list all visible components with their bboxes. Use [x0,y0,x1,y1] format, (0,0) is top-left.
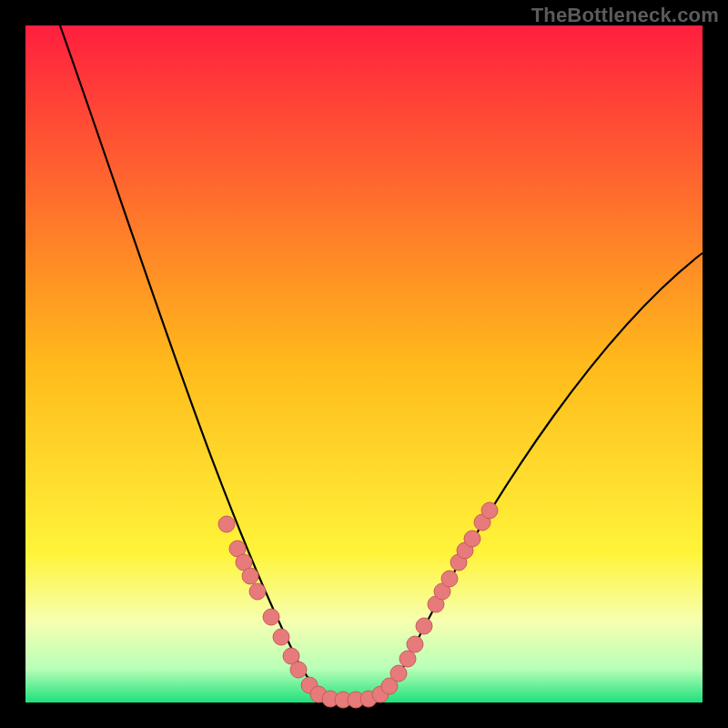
data-marker [263,609,279,625]
data-marker [249,583,266,600]
data-marker [290,662,307,678]
data-marker [481,502,498,519]
data-marker [416,618,432,634]
data-marker [273,629,289,645]
data-marker [464,531,480,547]
data-marker [441,571,458,587]
bottleneck-curve [60,25,703,699]
plot-area [25,25,703,703]
data-marker [390,665,407,682]
chart-svg [25,25,703,703]
data-marker [242,568,258,584]
data-marker [407,636,423,652]
data-marker [218,516,235,532]
watermark-text: TheBottleneck.com [531,4,719,27]
marker-group [218,502,498,708]
data-marker [399,651,416,667]
chart-frame: TheBottleneck.com [0,0,728,728]
